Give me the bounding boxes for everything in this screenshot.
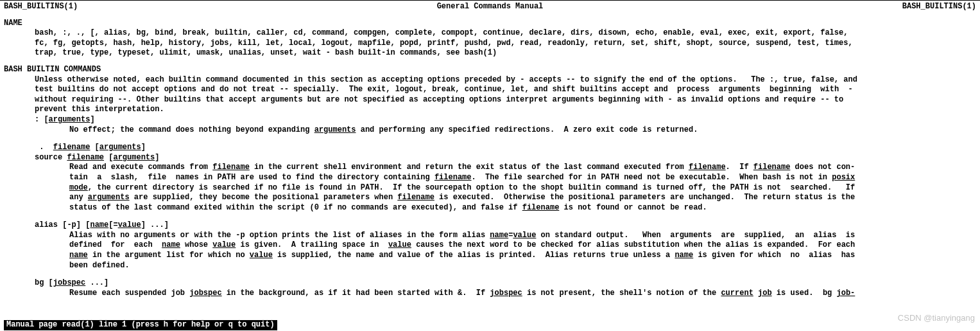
bg-synopsis: bg [jobspec ...]: [35, 278, 976, 289]
alias-desc-1: Alias with no arguments or with the -p o…: [69, 231, 976, 241]
man-header: BASH_BUILTINS(1) General Commands Manual…: [0, 2, 980, 12]
source-desc-5: status of the last command exited within…: [69, 203, 976, 213]
name-line-3: trap, true, type, typeset, ulimit, umask…: [35, 48, 976, 58]
section-name: NAME bash, :, ., [, alias, bg, bind, bre…: [0, 19, 980, 58]
builtins-intro-1: Unless otherwise noted, each builtin com…: [35, 75, 976, 85]
source-desc-2: tain a slash, file names in PATH are use…: [69, 173, 976, 183]
alias-synopsis: alias [-p] [name[=value] ...]: [35, 220, 976, 231]
dot-synopsis: . filename [arguments]: [35, 143, 976, 153]
header-right: BASH_BUILTINS(1): [902, 2, 976, 12]
name-line-1: bash, :, ., [, alias, bg, bind, break, b…: [35, 28, 976, 39]
source-desc-4: any arguments are supplied, they become …: [69, 193, 976, 203]
colon-synopsis: : [arguments]: [35, 115, 976, 125]
section-builtins: BASH BUILTIN COMMANDS Unless otherwise n…: [0, 65, 980, 298]
alias-desc-4: been defined.: [69, 261, 976, 271]
source-desc-1: Read and execute commands from filename …: [69, 163, 976, 173]
builtins-intro-4: prevent this interpretation.: [35, 105, 976, 115]
source-synopsis: source filename [arguments]: [35, 153, 976, 163]
source-desc-3: mode, the current directory is searched …: [69, 183, 976, 193]
man-page: { "header":{"left":"BASH_BUILTINS(1)","c…: [0, 0, 980, 331]
watermark: CSDN @tianyingang: [898, 313, 975, 324]
builtins-heading: BASH BUILTIN COMMANDS: [4, 65, 976, 75]
colon-desc: No effect; the command does nothing beyo…: [69, 125, 976, 136]
bg-desc-1: Resume each suspended job jobspec in the…: [69, 289, 976, 299]
builtins-intro-3: without requiring --. Other builtins tha…: [35, 95, 976, 105]
header-left: BASH_BUILTINS(1): [4, 2, 78, 12]
name-line-2: fc, fg, getopts, hash, help, history, jo…: [35, 39, 976, 49]
name-heading: NAME: [4, 19, 976, 29]
alias-desc-2: defined for each name whose value is giv…: [69, 240, 976, 251]
header-center: General Commands Manual: [437, 2, 544, 12]
builtins-intro-2: test builtins do not accept options and …: [35, 85, 976, 95]
alias-desc-3: name in the argument list for which no v…: [69, 251, 976, 261]
pager-status-line[interactable]: Manual page read(1) line 1 (press h for …: [4, 320, 277, 330]
